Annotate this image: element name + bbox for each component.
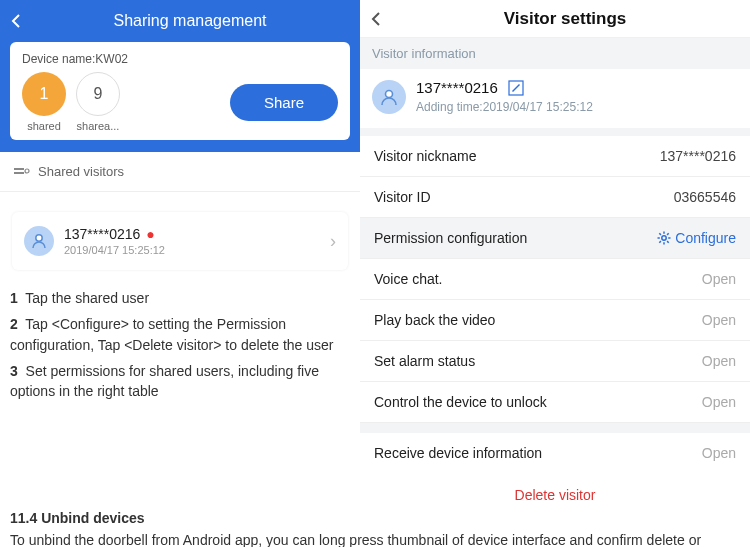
svg-line-12 bbox=[667, 241, 669, 243]
svg-line-13 bbox=[667, 233, 669, 235]
svg-line-11 bbox=[660, 233, 662, 235]
visitor-id-row: Visitor ID 03665546 bbox=[360, 177, 750, 218]
sharing-management-title: Sharing management bbox=[30, 12, 350, 30]
permission-voice-chat[interactable]: Voice chat. Open bbox=[360, 259, 750, 300]
device-name-label: Device name:KW02 bbox=[22, 52, 338, 66]
status-dot-icon: ● bbox=[146, 226, 154, 242]
visitor-info-row: 137****0216 Adding time:2019/04/17 15:25… bbox=[360, 69, 750, 136]
svg-point-3 bbox=[36, 235, 42, 241]
unbind-heading: 11.4 Unbind devices bbox=[10, 509, 740, 529]
permission-unlock[interactable]: Control the device to unlock Open bbox=[360, 382, 750, 423]
share-button[interactable]: Share bbox=[230, 84, 338, 121]
configure-button[interactable]: Configure bbox=[657, 230, 736, 246]
back-icon[interactable] bbox=[370, 11, 390, 27]
permission-alarm[interactable]: Set alarm status Open bbox=[360, 341, 750, 382]
visitor-information-label: Visitor information bbox=[360, 38, 750, 69]
permission-configuration-row[interactable]: Permission configuration Configure bbox=[360, 218, 750, 259]
unbind-devices-section: 11.4 Unbind devices To unbind the doorbe… bbox=[0, 509, 750, 547]
visitor-phone: 137****0216 bbox=[416, 79, 498, 96]
shareable-label: sharea... bbox=[76, 120, 120, 132]
svg-rect-1 bbox=[14, 172, 24, 174]
svg-point-2 bbox=[25, 169, 29, 173]
visitor-row[interactable]: 137****0216● 2019/04/17 15:25:12 › bbox=[12, 212, 348, 270]
svg-point-6 bbox=[662, 236, 666, 240]
visitor-settings-title: Visitor settings bbox=[390, 9, 740, 29]
visitor-nickname-row: Visitor nickname 137****0216 bbox=[360, 136, 750, 177]
permission-playback[interactable]: Play back the video Open bbox=[360, 300, 750, 341]
visitors-icon bbox=[14, 166, 30, 178]
shared-visitors-header: Shared visitors bbox=[0, 152, 360, 192]
device-share-card: Device name:KW02 1 9 shared sharea... Sh… bbox=[10, 42, 350, 140]
svg-point-4 bbox=[386, 90, 393, 97]
shareable-count-circle: 9 bbox=[76, 72, 120, 116]
avatar-icon bbox=[24, 226, 54, 256]
back-icon[interactable] bbox=[10, 13, 30, 29]
shared-count-circle: 1 bbox=[22, 72, 66, 116]
delete-visitor-button[interactable]: Delete visitor bbox=[360, 473, 750, 509]
shared-label: shared bbox=[22, 120, 66, 132]
edit-icon[interactable] bbox=[508, 80, 524, 96]
shared-visitors-label: Shared visitors bbox=[38, 164, 124, 179]
sharing-management-header: Sharing management bbox=[0, 0, 360, 42]
adding-time-label: Adding time:2019/04/17 15:25:12 bbox=[416, 100, 593, 114]
gear-icon bbox=[657, 231, 671, 245]
visitor-time: 2019/04/17 15:25:12 bbox=[64, 244, 165, 256]
visitor-phone: 137****0216● bbox=[64, 226, 165, 242]
svg-line-14 bbox=[660, 241, 662, 243]
visitor-settings-header: Visitor settings bbox=[360, 0, 750, 38]
instructions-block: 1 Tap the shared user 2 Tap <Configure> … bbox=[0, 282, 360, 403]
visitor-nickname-value: 137****0216 bbox=[660, 148, 736, 164]
avatar-icon bbox=[372, 80, 406, 114]
unbind-paragraph-1: To unbind the doorbell from Android app,… bbox=[10, 531, 740, 547]
visitor-id-value: 03665546 bbox=[674, 189, 736, 205]
chevron-right-icon: › bbox=[330, 231, 336, 252]
permission-receive-info[interactable]: Receive device information Open bbox=[360, 433, 750, 473]
svg-rect-0 bbox=[14, 168, 24, 170]
